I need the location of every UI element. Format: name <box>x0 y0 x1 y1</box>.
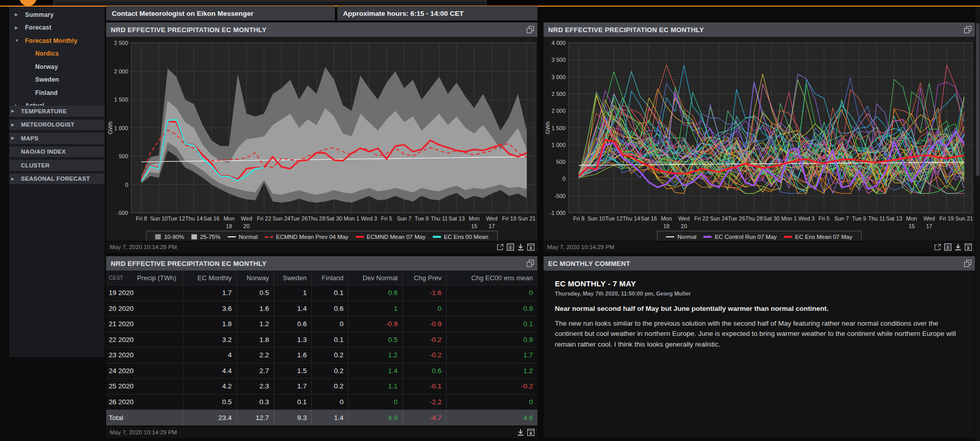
download-icon[interactable] <box>954 243 962 251</box>
sidebar-item-finland[interactable]: Finland <box>9 86 105 100</box>
row-label: 26 2020 <box>106 395 183 410</box>
sidebar-section-seasonal-forecast[interactable]: ▶SEASONAL FORECAST <box>9 174 105 185</box>
cell: -0.1 <box>402 379 446 394</box>
cell: 1.7 <box>274 379 311 394</box>
precip-table-title: NRD EFFECTIVE PRECIPITATION EC MONTHLY <box>111 260 266 267</box>
download-icon[interactable] <box>517 429 524 436</box>
legend-item-ecmnd-mean-07-may[interactable]: ECMND Mean 07 May <box>356 234 426 240</box>
svg-text:Fri 5: Fri 5 <box>818 215 829 222</box>
table-footer-icons: X <box>517 429 534 436</box>
column-header-ec-monthly[interactable]: EC Monthly <box>183 271 236 285</box>
svg-text:Mon: Mon <box>906 215 917 222</box>
legend-item-normal[interactable]: Normal <box>666 234 696 240</box>
export-icon[interactable] <box>497 243 504 251</box>
popout-icon[interactable] <box>527 26 534 33</box>
legend-item-ec-control-run-07-may[interactable]: EC Control Run 07 May <box>703 234 776 240</box>
svg-text:Sat 13: Sat 13 <box>449 215 465 222</box>
svg-text:Sat 30: Sat 30 <box>764 215 780 222</box>
legend-item-ecmnd-mean-prev-04-may[interactable]: ECMND Mean Prev 04 May <box>265 234 349 240</box>
sidebar-section-meteorologist[interactable]: ▶METEOROLOGIST <box>9 119 105 131</box>
export-icon[interactable] <box>934 243 941 251</box>
svg-text:500: 500 <box>556 159 566 165</box>
info-icon[interactable]: i <box>944 243 951 251</box>
excel-icon[interactable]: X <box>527 243 534 251</box>
svg-text:2 500: 2 500 <box>114 40 128 46</box>
cell: 0.6 <box>402 363 446 379</box>
svg-text:Mon 1: Mon 1 <box>344 215 360 222</box>
excel-icon[interactable]: X <box>965 243 972 251</box>
sidebar-item-forecast-monthly[interactable]: ▼Forecast Monthly <box>9 34 105 47</box>
column-header-dev-normal[interactable]: Dev Normal <box>348 271 402 285</box>
column-header-chg-prev[interactable]: Chg Prev <box>402 271 446 285</box>
sidebar-section-cluster[interactable]: CLUSTER <box>9 160 105 171</box>
comment-text: The new run looks similar to the previou… <box>555 318 964 350</box>
sidebar-item-nordics[interactable]: Nordics <box>9 47 105 61</box>
svg-text:Thu 28: Thu 28 <box>745 215 763 222</box>
svg-text:15: 15 <box>471 223 477 229</box>
chevron-right-icon[interactable]: ▶ <box>11 136 16 140</box>
svg-text:Tue 12: Tue 12 <box>168 215 185 222</box>
popout-icon[interactable] <box>527 260 534 267</box>
chart-footer-icons: iX <box>934 243 972 251</box>
sidebar-tree: ▶Summary▶Forecast▼Forecast MonthlyNordic… <box>9 7 105 107</box>
legend-item-ec-ens-00-mean[interactable]: EC Ens 00 Mean <box>433 234 488 240</box>
sidebar-section-temperature[interactable]: ▶TEMPERATURE <box>9 106 105 117</box>
download-icon[interactable] <box>517 243 524 251</box>
cell: 4.2 <box>183 379 236 394</box>
svg-text:0: 0 <box>125 182 128 188</box>
sidebar-section-nao-ao-index[interactable]: NAO/AO INDEX <box>9 146 105 158</box>
sidebar-item-forecast[interactable]: ▶Forecast <box>9 21 105 35</box>
svg-text:17: 17 <box>488 223 495 229</box>
legend-item-ec-ens-mean-07-may[interactable]: EC Ens Mean 07 May <box>784 234 852 240</box>
chevron-right-icon[interactable]: ▶ <box>15 12 20 17</box>
table-row: 21 20201.81.20.60-0.9-0.90.1 <box>106 316 537 332</box>
comment-body: EC MONTHLY - 7 MAY Thursday, May 7th 202… <box>544 271 975 438</box>
svg-text:Wed: Wed <box>923 215 935 222</box>
legend-item-normal[interactable]: Normal <box>228 234 258 240</box>
sidebar-section-maps[interactable]: ▶MAPS <box>9 133 105 144</box>
column-header-norway[interactable]: Norway <box>236 271 274 285</box>
cell: 0 <box>348 395 402 410</box>
chevron-right-icon[interactable]: ▶ <box>11 109 16 113</box>
cell: 4 <box>183 348 236 363</box>
sidebar-item-sweden[interactable]: Sweden <box>9 74 105 87</box>
info-icon[interactable]: i <box>507 243 514 251</box>
cell: 4.4 <box>183 363 236 379</box>
svg-text:Thu 11: Thu 11 <box>868 215 885 222</box>
sidebar-item-label: Forecast <box>25 24 52 31</box>
chevron-right-icon[interactable]: ▶ <box>15 26 20 30</box>
sidebar-item-label: Forecast Monthly <box>25 37 78 44</box>
svg-text:Sun 21: Sun 21 <box>955 215 973 222</box>
svg-text:4 000: 4 000 <box>551 40 566 46</box>
chevron-down-icon[interactable]: ▼ <box>15 38 20 43</box>
sidebar-item-summary[interactable]: ▶Summary <box>9 8 105 21</box>
timezone-label: CEST <box>109 275 124 281</box>
cell: 12.7 <box>236 410 274 425</box>
popout-icon[interactable] <box>964 26 971 33</box>
chevron-right-icon[interactable]: ▶ <box>11 122 16 127</box>
scrollbar-thumb[interactable] <box>976 23 979 176</box>
chevron-right-icon[interactable]: ▶ <box>11 177 16 181</box>
cell: 1.2 <box>236 316 274 332</box>
column-header-sweden[interactable]: Sweden <box>274 271 311 285</box>
svg-text:1 500: 1 500 <box>551 125 566 131</box>
popout-icon[interactable] <box>964 260 971 267</box>
legend-item-10-90[interactable]: 10-90% <box>155 234 184 240</box>
excel-icon[interactable]: X <box>527 429 534 436</box>
column-header-chg-ec00-ens-mean[interactable]: Chg EC00 ens mean <box>446 271 537 285</box>
cell: 0.5 <box>236 285 274 301</box>
svg-text:Tue 26: Tue 26 <box>728 215 745 222</box>
vertical-scrollbar <box>975 7 980 441</box>
cell: 1 <box>274 285 311 301</box>
comment-panel: EC MONTHLY COMMENT EC MONTHLY - 7 MAY Th… <box>544 256 975 438</box>
svg-text:1 000: 1 000 <box>551 142 566 148</box>
legend-item-25-75[interactable]: 25-75% <box>191 234 220 240</box>
cell: 0.6 <box>311 301 348 316</box>
column-header-finland[interactable]: Finland <box>311 271 348 285</box>
cell: 3.6 <box>183 301 236 316</box>
legend-swatch <box>155 234 161 239</box>
sidebar-item-norway[interactable]: Norway <box>9 60 105 74</box>
svg-text:15: 15 <box>909 223 915 229</box>
svg-text:2 500: 2 500 <box>551 91 566 97</box>
svg-text:-1 000: -1 000 <box>550 210 566 216</box>
